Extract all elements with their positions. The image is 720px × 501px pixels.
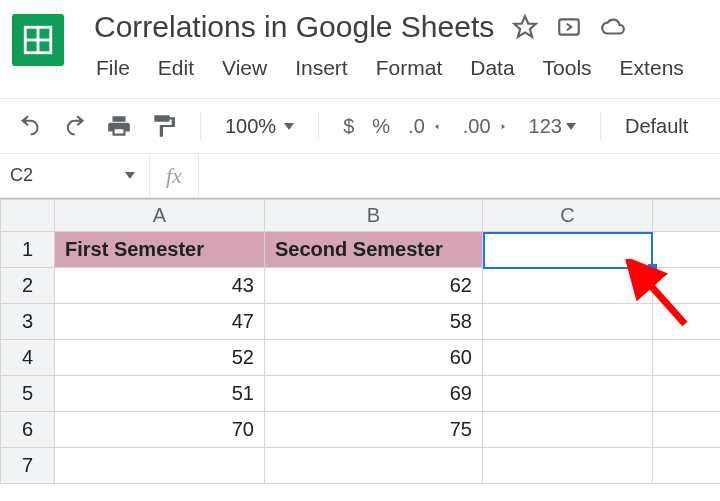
cell-a6[interactable]: 70 — [55, 412, 265, 448]
row-header[interactable]: 5 — [1, 376, 55, 412]
column-header-d[interactable] — [653, 200, 721, 232]
cell-a7[interactable] — [55, 448, 265, 484]
cell-d6[interactable] — [653, 412, 721, 448]
cell-a3[interactable]: 47 — [55, 304, 265, 340]
menu-edit[interactable]: Edit — [158, 56, 194, 80]
toolbar: 100% $ % .0 .00 123 Default — [0, 98, 720, 154]
menu-insert[interactable]: Insert — [295, 56, 348, 80]
zoom-value: 100% — [225, 115, 276, 138]
cell-d2[interactable] — [653, 268, 721, 304]
cell-a5[interactable]: 51 — [55, 376, 265, 412]
chevron-down-icon — [125, 172, 135, 179]
cell-d1[interactable] — [653, 232, 721, 268]
sheets-grid-icon — [21, 23, 55, 57]
menu-format[interactable]: Format — [376, 56, 443, 80]
toolbar-separator — [200, 111, 201, 141]
name-box-value: C2 — [10, 165, 33, 186]
menu-bar: File Edit View Insert Format Data Tools … — [94, 56, 684, 80]
column-header-c[interactable]: C — [483, 200, 653, 232]
row-header[interactable]: 4 — [1, 340, 55, 376]
cell-b6[interactable]: 75 — [265, 412, 483, 448]
zoom-dropdown[interactable]: 100% — [225, 115, 294, 138]
cell-c4[interactable] — [483, 340, 653, 376]
increase-decimal-button[interactable]: .00 — [463, 115, 511, 138]
row-header[interactable]: 3 — [1, 304, 55, 340]
row-header[interactable]: 1 — [1, 232, 55, 268]
formula-input[interactable] — [199, 154, 720, 197]
svg-marker-3 — [514, 16, 536, 37]
cell-b1[interactable]: Second Semester — [265, 232, 483, 268]
select-all-corner[interactable] — [1, 200, 55, 232]
cell-c7[interactable] — [483, 448, 653, 484]
name-box[interactable]: C2 — [0, 154, 150, 197]
print-icon[interactable] — [106, 113, 132, 139]
star-icon[interactable] — [512, 14, 538, 40]
cell-c6[interactable] — [483, 412, 653, 448]
cell-b3[interactable]: 58 — [265, 304, 483, 340]
column-header-a[interactable]: A — [55, 200, 265, 232]
format-percent-button[interactable]: % — [372, 115, 390, 138]
menu-extensions[interactable]: Extens — [620, 56, 684, 80]
row-header[interactable]: 2 — [1, 268, 55, 304]
cell-a1[interactable]: First Semester — [55, 232, 265, 268]
cell-b7[interactable] — [265, 448, 483, 484]
toolbar-separator — [318, 111, 319, 141]
sheets-logo-icon[interactable] — [12, 14, 64, 66]
cell-d4[interactable] — [653, 340, 721, 376]
cloud-status-icon[interactable] — [600, 14, 626, 40]
format-currency-button[interactable]: $ — [343, 115, 354, 138]
row-header[interactable]: 6 — [1, 412, 55, 448]
menu-file[interactable]: File — [96, 56, 130, 80]
paint-format-icon[interactable] — [150, 113, 176, 139]
cell-d7[interactable] — [653, 448, 721, 484]
toolbar-separator — [600, 111, 601, 141]
column-header-b[interactable]: B — [265, 200, 483, 232]
cell-a4[interactable]: 52 — [55, 340, 265, 376]
redo-icon[interactable] — [62, 113, 88, 139]
cell-c2[interactable] — [483, 268, 653, 304]
cell-c3[interactable] — [483, 304, 653, 340]
menu-tools[interactable]: Tools — [543, 56, 592, 80]
cell-b5[interactable]: 69 — [265, 376, 483, 412]
cell-a2[interactable]: 43 — [55, 268, 265, 304]
cell-b2[interactable]: 62 — [265, 268, 483, 304]
cell-b4[interactable]: 60 — [265, 340, 483, 376]
cell-c1[interactable] — [483, 232, 653, 268]
undo-icon[interactable] — [18, 113, 44, 139]
chevron-down-icon — [284, 123, 294, 130]
move-icon[interactable] — [556, 14, 582, 40]
spreadsheet-grid[interactable]: A B C 1 First Semester Second Semester 2… — [0, 198, 720, 484]
fx-icon: fx — [150, 154, 199, 197]
cell-d5[interactable] — [653, 376, 721, 412]
chevron-down-icon — [566, 123, 576, 130]
cell-c5[interactable] — [483, 376, 653, 412]
title-bar: Correlations in Google Sheets File Edit … — [0, 0, 720, 80]
menu-view[interactable]: View — [222, 56, 267, 80]
menu-data[interactable]: Data — [470, 56, 514, 80]
font-dropdown[interactable]: Default — [625, 115, 688, 138]
number-format-dropdown[interactable]: 123 — [529, 115, 576, 138]
row-header[interactable]: 7 — [1, 448, 55, 484]
svg-rect-4 — [559, 19, 579, 34]
formula-bar: C2 fx — [0, 154, 720, 198]
document-title[interactable]: Correlations in Google Sheets — [94, 8, 494, 46]
cell-d3[interactable] — [653, 304, 721, 340]
decrease-decimal-button[interactable]: .0 — [408, 115, 445, 138]
